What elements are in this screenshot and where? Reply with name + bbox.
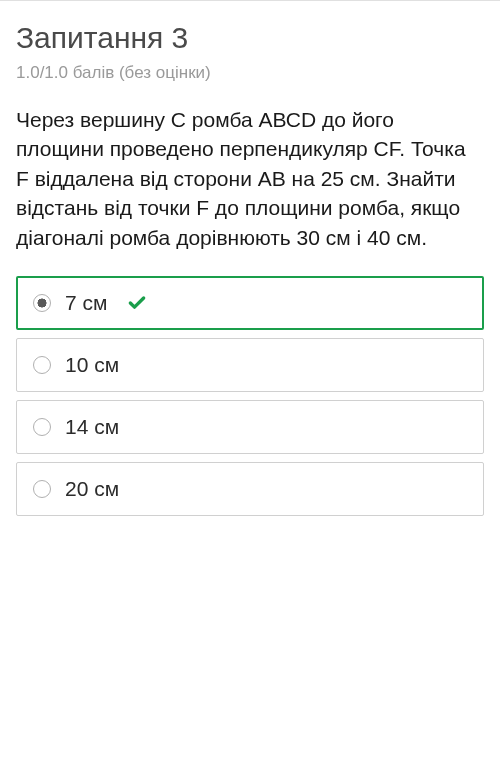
radio-icon bbox=[33, 480, 51, 498]
option-label: 14 см bbox=[65, 415, 119, 439]
question-text: Через вершину С ромба АВСD до його площи… bbox=[16, 105, 484, 252]
option-4[interactable]: 20 см bbox=[16, 462, 484, 516]
option-label: 7 см bbox=[65, 291, 107, 315]
question-title: Запитання 3 bbox=[16, 21, 484, 55]
option-2[interactable]: 10 см bbox=[16, 338, 484, 392]
option-1[interactable]: 7 см bbox=[16, 276, 484, 330]
points-label: 1.0/1.0 балів (без оцінки) bbox=[16, 63, 484, 83]
radio-icon bbox=[33, 294, 51, 312]
check-icon bbox=[127, 293, 147, 313]
option-label: 20 см bbox=[65, 477, 119, 501]
option-label: 10 см bbox=[65, 353, 119, 377]
options-list: 7 см 10 см 14 см 20 см bbox=[16, 276, 484, 516]
radio-icon bbox=[33, 356, 51, 374]
option-3[interactable]: 14 см bbox=[16, 400, 484, 454]
divider bbox=[0, 0, 500, 1]
radio-icon bbox=[33, 418, 51, 436]
